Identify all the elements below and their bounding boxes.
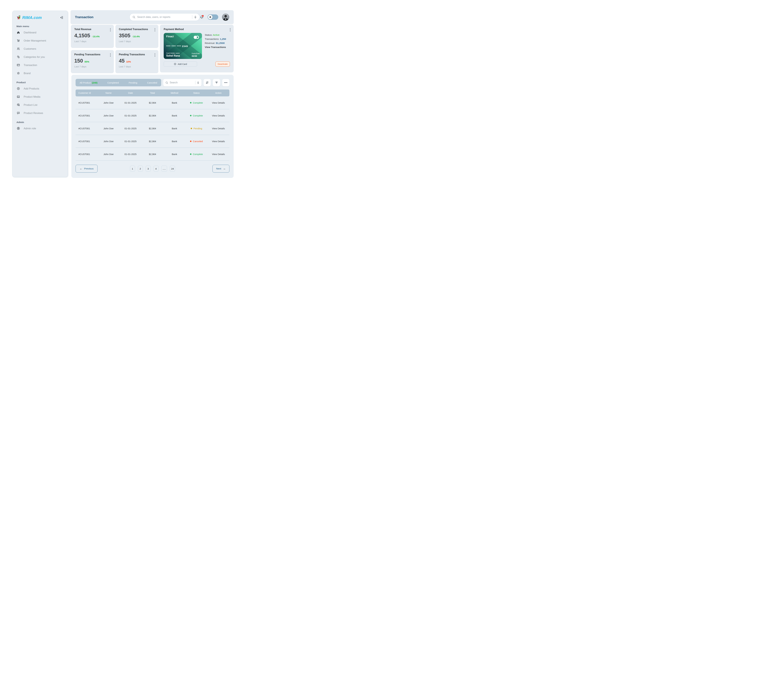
table-search[interactable] [163, 79, 201, 86]
sidebar-section-admin: Admin [16, 121, 64, 124]
table-row: #CUST001 John Doe 01-01-2025 $2,904 Bank… [76, 135, 229, 148]
row-name: John Doe [97, 153, 120, 156]
table-header: Customer Id Name Date Total Method Statu… [76, 89, 229, 96]
status-dot [191, 128, 192, 129]
sidebar-item-product-list[interactable]: Product List [16, 101, 64, 109]
notifications-button[interactable] [199, 15, 204, 19]
global-search-input[interactable] [137, 16, 191, 18]
payment-menu-button[interactable] [229, 28, 231, 32]
mic-icon[interactable] [194, 15, 197, 19]
view-details-link[interactable]: View Details [208, 101, 229, 104]
star-icon [16, 71, 20, 75]
card-holder-label: Card Holder name [166, 52, 180, 54]
avatar[interactable] [222, 13, 229, 21]
theme-toggle[interactable] [208, 15, 218, 20]
table-row: #CUST001 John Doe 01-01-2025 $2,904 Bank… [76, 109, 229, 122]
stat-menu-button[interactable] [109, 28, 111, 32]
more-button[interactable] [222, 79, 229, 86]
tab-all-product[interactable]: All Product(240) [80, 81, 97, 84]
sidebar-item-product-reviews[interactable]: Product Reviews [16, 109, 64, 117]
row-name: John Doe [97, 127, 120, 130]
sidebar-item-label: Transaction [24, 64, 37, 67]
payment-status-row: Status: Active [205, 33, 226, 36]
row-total: $2,904 [142, 153, 163, 156]
table-search-input[interactable] [170, 81, 194, 84]
status-dot [190, 102, 191, 104]
column-header: Date [120, 92, 142, 94]
tab-canceled[interactable]: Canceled [147, 81, 157, 84]
sidebar-item-categories[interactable]: Categories for you [16, 53, 64, 61]
table-row: #CUST001 John Doe 01-01-2025 $2,904 Bank… [76, 122, 229, 135]
page-1-button[interactable]: 1 [130, 166, 135, 172]
arrow-left-icon: ← [79, 167, 82, 170]
cart-icon [16, 39, 20, 42]
sidebar: RIMA.com Main menu Dashboard [12, 11, 68, 177]
page: RIMA.com Main menu Dashboard [0, 0, 246, 187]
sidebar-item-order-management[interactable]: Order Management [16, 36, 64, 45]
stat-period: Last 7 days [119, 40, 155, 43]
view-details-link[interactable]: View Details [208, 114, 229, 117]
stat-card-completed-transactions: Completed Transactions 3505 ↑10.4% Last … [115, 25, 158, 48]
page-24-button[interactable]: 24 [170, 166, 175, 172]
mic-icon[interactable] [197, 81, 199, 84]
ellipsis-icon [224, 81, 228, 85]
topbar: Transaction [71, 10, 234, 24]
stat-period: Last 7 days [74, 65, 110, 68]
add-card-button[interactable]: Add Card [164, 61, 197, 67]
global-search[interactable] [130, 13, 199, 21]
view-details-link[interactable]: View Details [208, 140, 229, 143]
card-expiry-value: 02/30 [192, 55, 200, 57]
sidebar-item-brand[interactable]: Brand [16, 69, 64, 77]
payment-method-title: Payment Method [164, 28, 230, 31]
stat-cards: Total Revenue 4,1505 ↑10.4% Last 7 days … [71, 25, 158, 73]
stat-menu-button[interactable] [109, 53, 111, 57]
view-details-link[interactable]: View Details [208, 153, 229, 156]
card-holder-name: Sohel Rana [166, 54, 180, 57]
sidebar-item-label: Customers [24, 47, 36, 50]
row-date: 01-01-2025 [120, 153, 142, 156]
payment-info: Status: Active Transactions: 1,250 Reven… [205, 33, 226, 59]
sort-button[interactable] [204, 79, 211, 86]
row-total: $2,904 [142, 127, 163, 130]
image-icon [16, 95, 20, 99]
row-method: Bank [163, 114, 186, 117]
stat-delta: 85% [84, 60, 89, 63]
page-title: Transaction [75, 15, 94, 19]
sidebar-item-transaction[interactable]: Transaction [16, 61, 64, 69]
filter-button[interactable] [213, 79, 220, 86]
sidebar-item-customers[interactable]: Customers [16, 45, 64, 53]
stat-menu-button[interactable] [154, 53, 156, 57]
sidebar-item-add-products[interactable]: Add Products [16, 84, 64, 93]
next-button[interactable]: Next → [212, 165, 229, 173]
sidebar-item-label: Dashboard [24, 31, 36, 34]
deactivate-button[interactable]: Deactivate [216, 61, 230, 67]
page-4-button[interactable]: 4 [153, 166, 158, 172]
status-badge: Active [213, 33, 219, 36]
row-customer-id: #CUST001 [76, 153, 97, 156]
stat-menu-button[interactable] [154, 28, 156, 32]
collapse-icon [60, 15, 64, 20]
stat-delta: ↑10.4% [132, 35, 140, 38]
sidebar-item-admin-role[interactable]: Admin role [16, 124, 64, 132]
stat-title: Pending Transactions [119, 53, 155, 56]
tab-completed[interactable]: Completed [107, 81, 119, 84]
brand-logo[interactable]: RIMA.com [16, 15, 42, 20]
transactions-table-panel: All Product(240) Completed Pending Cance… [71, 75, 234, 178]
previous-button[interactable]: ← Previous [76, 165, 97, 173]
row-total: $2,904 [142, 140, 163, 143]
search-icon [165, 81, 168, 84]
view-details-link[interactable]: View Details [208, 127, 229, 130]
sidebar-collapse-button[interactable] [60, 15, 64, 20]
sun-icon [209, 16, 212, 18]
stat-value: 150 [74, 58, 83, 64]
tab-pending[interactable]: Pending [128, 81, 137, 84]
sidebar-item-label: Product Reviews [24, 112, 43, 115]
shopping-cart-logo-icon [16, 15, 22, 20]
sidebar-item-dashboard[interactable]: Dashboard [16, 28, 64, 36]
status-badge: Complete [186, 101, 208, 104]
page-3-button[interactable]: 3 [146, 166, 151, 172]
sidebar-item-product-media[interactable]: Product Media [16, 93, 64, 101]
sidebar-item-label: Categories for you [24, 56, 45, 58]
view-transactions-link[interactable]: View Transactions [205, 46, 226, 49]
page-2-button[interactable]: 2 [138, 166, 143, 172]
